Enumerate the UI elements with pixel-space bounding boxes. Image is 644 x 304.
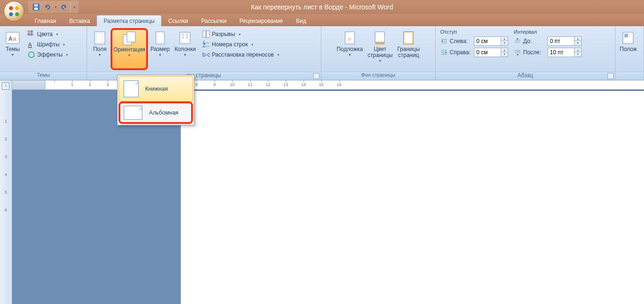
chevron-down-icon: ▼ [62, 43, 66, 46]
svg-rect-37 [375, 32, 385, 42]
svg-text:a: a [13, 36, 16, 42]
orientation-menu: Книжная Альбомная [117, 75, 194, 125]
spinner-down-icon[interactable]: ▼ [575, 41, 581, 45]
chevron-down-icon: ▼ [127, 53, 131, 58]
undo-dropdown-icon[interactable]: ▼ [53, 2, 58, 12]
size-icon [153, 30, 168, 45]
chevron-down-icon: ▼ [11, 53, 15, 57]
group-label-arrange [615, 72, 644, 80]
page-borders-icon [401, 30, 416, 45]
columns-button[interactable]: Колонки▼ [172, 28, 198, 70]
position-button[interactable]: Полож [617, 28, 639, 70]
margins-button[interactable]: Поля▼ [89, 28, 111, 70]
svg-point-15 [29, 52, 34, 58]
svg-text:2: 2 [202, 42, 206, 48]
svg-rect-29 [207, 31, 209, 37]
dialog-launcher-icon[interactable] [607, 73, 614, 79]
watermark-button[interactable]: A Подложка▼ [334, 28, 365, 70]
margins-icon [92, 30, 107, 45]
indent-left-icon [440, 37, 448, 45]
quick-access-toolbar: ▼ ▾ [28, 1, 79, 13]
chevron-down-icon: ▼ [251, 43, 254, 46]
size-button[interactable]: Размер▼ [148, 28, 172, 70]
tab-references[interactable]: Ссылки [162, 15, 194, 26]
breaks-button[interactable]: Разрывы▼ [200, 29, 282, 39]
svg-rect-38 [375, 43, 385, 44]
theme-effects-button[interactable]: Эффекты▼ [25, 50, 71, 60]
page-color-button[interactable]: Цвет страницы▼ [365, 28, 395, 70]
spacing-before-icon [514, 37, 521, 45]
spinner-up-icon[interactable]: ▲ [575, 37, 581, 41]
orientation-landscape-item[interactable]: Альбомная [118, 101, 193, 124]
landscape-page-icon [124, 106, 142, 120]
spacing-before-input[interactable]: ▲▼ [548, 36, 582, 46]
spinner-down-icon[interactable]: ▼ [501, 52, 508, 57]
chevron-down-icon: ▼ [183, 53, 187, 57]
redo-icon[interactable] [59, 2, 69, 12]
tab-mailings[interactable]: Рассылки [194, 15, 233, 26]
group-arrange: Полож [615, 26, 644, 80]
themes-icon: Aa [5, 30, 20, 45]
spinner-up-icon[interactable]: ▲ [575, 48, 581, 52]
spacing-after-input[interactable]: ▲▼ [548, 48, 582, 57]
group-page-background: A Подложка▼ Цвет страницы▼ Границы стран… [321, 26, 436, 80]
svg-rect-39 [404, 32, 413, 44]
chevron-down-icon: ▼ [66, 53, 69, 57]
theme-fonts-button[interactable]: AШрифты▼ [25, 39, 71, 50]
spinner-down-icon[interactable]: ▼ [501, 41, 508, 45]
breaks-icon [202, 30, 210, 38]
themes-button[interactable]: Aa Темы ▼ [2, 28, 23, 70]
orientation-portrait-item[interactable]: Книжная [118, 76, 193, 101]
svg-rect-6 [34, 7, 38, 10]
group-label-paragraph: Абзац [436, 72, 615, 80]
horizontal-ruler[interactable]: 12345678910111213141516 [12, 80, 644, 90]
chevron-down-icon: ▼ [348, 53, 352, 57]
indent-right-input[interactable]: ▲▼ [474, 48, 508, 57]
theme-colors-button[interactable]: Цвета▼ [25, 29, 71, 39]
svg-rect-10 [28, 30, 30, 33]
tab-view[interactable]: Вид [289, 15, 313, 26]
tab-page-layout[interactable]: Разметка страницы [96, 15, 162, 26]
save-icon[interactable] [31, 2, 41, 12]
indent-left-input[interactable]: ▲▼ [474, 36, 508, 46]
svg-rect-51 [624, 34, 628, 37]
tab-home[interactable]: Главная [28, 15, 63, 26]
qat-customize-icon[interactable]: ▾ [70, 2, 76, 12]
group-page-setup: Поля▼ Ориентация▼ Размер▼ Колонки▼ Разры… [87, 26, 321, 80]
colors-icon [28, 30, 35, 38]
office-button[interactable] [4, 1, 24, 22]
svg-rect-11 [30, 30, 33, 33]
tab-selector-icon[interactable]: └ [2, 82, 9, 90]
columns-icon [178, 30, 192, 45]
window-title: Как перевернуть лист в Ворде - Microsoft… [251, 3, 393, 11]
undo-icon[interactable] [42, 2, 52, 12]
chevron-down-icon: ▼ [238, 33, 241, 36]
page-borders-button[interactable]: Границы страниц [395, 28, 422, 70]
group-themes: Aa Темы ▼ Цвета▼ AШрифты▼ Эффекты▼ Темы [0, 26, 87, 80]
hyphenation-button[interactable]: b-cРасстановка переносов▼ [200, 50, 282, 60]
page-canvas[interactable] [181, 91, 644, 304]
group-label-page-bg: Фон страницы [321, 72, 435, 80]
group-paragraph: Отступ Слева: ▲▼ Справа: ▲▼ Интервал До: [436, 26, 615, 80]
chevron-down-icon: ▼ [277, 53, 280, 57]
vertical-ruler[interactable]: 123456 [0, 80, 12, 304]
svg-point-1 [15, 6, 19, 10]
svg-text:A: A [28, 42, 32, 48]
spacing-heading: Интервал [514, 29, 582, 35]
ribbon-tabs: Главная Вставка Разметка страницы Ссылки… [0, 14, 644, 26]
spinner-up-icon[interactable]: ▲ [501, 48, 508, 52]
chevron-down-icon: ▼ [55, 33, 59, 36]
spinner-down-icon[interactable]: ▼ [575, 52, 581, 57]
svg-rect-12 [28, 33, 30, 36]
tab-review[interactable]: Рецензирование [233, 15, 289, 26]
spacing-after-icon [514, 49, 521, 56]
portrait-page-icon [124, 80, 139, 97]
title-bar: ▼ ▾ Как перевернуть лист в Ворде - Micro… [0, 0, 644, 14]
orientation-button[interactable]: Ориентация▼ [111, 28, 148, 70]
dialog-launcher-icon[interactable] [313, 73, 319, 79]
chevron-down-icon: ▼ [378, 59, 382, 63]
line-numbers-button[interactable]: 12Номера строк▼ [200, 39, 282, 50]
svg-rect-20 [156, 32, 164, 44]
tab-insert[interactable]: Вставка [63, 15, 97, 26]
spinner-up-icon[interactable]: ▲ [501, 37, 508, 41]
